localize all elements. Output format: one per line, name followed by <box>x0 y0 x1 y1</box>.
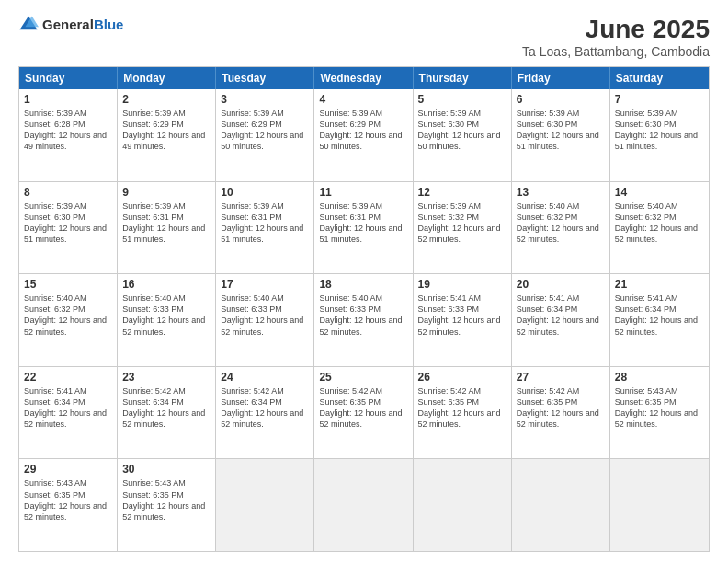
day-info: Sunrise: 5:39 AM Sunset: 6:28 PM Dayligh… <box>24 108 112 153</box>
day-info: Sunrise: 5:39 AM Sunset: 6:29 PM Dayligh… <box>319 108 407 153</box>
page: GeneralBlue June 2025 Ta Loas, Battamban… <box>0 0 728 563</box>
calendar-cell: 1Sunrise: 5:39 AM Sunset: 6:28 PM Daylig… <box>19 89 118 181</box>
day-info: Sunrise: 5:39 AM Sunset: 6:29 PM Dayligh… <box>122 108 210 153</box>
day-number: 10 <box>221 186 309 199</box>
calendar-week-2: 8Sunrise: 5:39 AM Sunset: 6:30 PM Daylig… <box>19 181 709 274</box>
day-number: 14 <box>615 186 704 199</box>
calendar-cell: 14Sunrise: 5:40 AM Sunset: 6:32 PM Dayli… <box>610 182 709 274</box>
calendar-cell <box>314 459 413 551</box>
day-number: 11 <box>319 186 407 199</box>
header-friday: Friday <box>512 67 610 89</box>
calendar-week-3: 15Sunrise: 5:40 AM Sunset: 6:32 PM Dayli… <box>19 273 709 366</box>
day-number: 7 <box>615 93 704 106</box>
day-info: Sunrise: 5:41 AM Sunset: 6:34 PM Dayligh… <box>615 293 704 338</box>
calendar-body: 1Sunrise: 5:39 AM Sunset: 6:28 PM Daylig… <box>19 89 709 551</box>
day-number: 1 <box>24 93 112 106</box>
day-number: 3 <box>221 93 309 106</box>
day-info: Sunrise: 5:42 AM Sunset: 6:34 PM Dayligh… <box>122 385 210 431</box>
day-info: Sunrise: 5:39 AM Sunset: 6:29 PM Dayligh… <box>221 108 309 153</box>
calendar-cell: 11Sunrise: 5:39 AM Sunset: 6:31 PM Dayli… <box>314 182 413 274</box>
calendar-cell <box>512 459 610 551</box>
day-number: 26 <box>418 371 506 384</box>
calendar-cell: 26Sunrise: 5:42 AM Sunset: 6:35 PM Dayli… <box>414 367 512 459</box>
calendar-cell: 27Sunrise: 5:42 AM Sunset: 6:35 PM Dayli… <box>512 367 610 459</box>
day-info: Sunrise: 5:39 AM Sunset: 6:31 PM Dayligh… <box>221 201 309 246</box>
calendar-cell <box>216 459 314 551</box>
calendar-week-5: 29Sunrise: 5:43 AM Sunset: 6:35 PM Dayli… <box>19 458 709 551</box>
calendar-week-4: 22Sunrise: 5:41 AM Sunset: 6:34 PM Dayli… <box>19 366 709 459</box>
calendar-cell: 21Sunrise: 5:41 AM Sunset: 6:34 PM Dayli… <box>610 274 709 366</box>
day-info: Sunrise: 5:43 AM Sunset: 6:35 PM Dayligh… <box>615 385 704 431</box>
calendar-cell: 9Sunrise: 5:39 AM Sunset: 6:31 PM Daylig… <box>118 182 216 274</box>
day-info: Sunrise: 5:43 AM Sunset: 6:35 PM Dayligh… <box>122 477 210 523</box>
day-number: 9 <box>122 186 210 199</box>
day-info: Sunrise: 5:39 AM Sunset: 6:30 PM Dayligh… <box>24 201 112 246</box>
calendar-cell: 17Sunrise: 5:40 AM Sunset: 6:33 PM Dayli… <box>216 274 314 366</box>
calendar-cell: 30Sunrise: 5:43 AM Sunset: 6:35 PM Dayli… <box>118 459 216 551</box>
day-info: Sunrise: 5:41 AM Sunset: 6:34 PM Dayligh… <box>24 385 112 431</box>
day-number: 25 <box>319 371 407 384</box>
day-number: 21 <box>615 278 704 291</box>
day-info: Sunrise: 5:40 AM Sunset: 6:33 PM Dayligh… <box>319 293 407 338</box>
day-info: Sunrise: 5:40 AM Sunset: 6:33 PM Dayligh… <box>122 293 210 338</box>
day-info: Sunrise: 5:40 AM Sunset: 6:32 PM Dayligh… <box>24 293 112 338</box>
day-number: 30 <box>122 463 210 476</box>
day-info: Sunrise: 5:42 AM Sunset: 6:35 PM Dayligh… <box>418 385 506 431</box>
header-sunday: Sunday <box>19 67 118 89</box>
calendar-cell: 18Sunrise: 5:40 AM Sunset: 6:33 PM Dayli… <box>314 274 413 366</box>
calendar-cell: 16Sunrise: 5:40 AM Sunset: 6:33 PM Dayli… <box>118 274 216 366</box>
day-number: 2 <box>122 93 210 106</box>
calendar: Sunday Monday Tuesday Wednesday Thursday… <box>18 66 710 552</box>
calendar-cell: 13Sunrise: 5:40 AM Sunset: 6:32 PM Dayli… <box>512 182 610 274</box>
day-info: Sunrise: 5:40 AM Sunset: 6:32 PM Dayligh… <box>615 201 704 246</box>
calendar-cell: 29Sunrise: 5:43 AM Sunset: 6:35 PM Dayli… <box>19 459 118 551</box>
day-info: Sunrise: 5:42 AM Sunset: 6:35 PM Dayligh… <box>319 385 407 431</box>
calendar-subtitle: Ta Loas, Battambang, Cambodia <box>522 44 710 59</box>
day-info: Sunrise: 5:39 AM Sunset: 6:30 PM Dayligh… <box>615 108 704 153</box>
calendar-cell: 28Sunrise: 5:43 AM Sunset: 6:35 PM Dayli… <box>610 367 709 459</box>
title-block: June 2025 Ta Loas, Battambang, Cambodia <box>522 15 710 59</box>
day-number: 8 <box>24 186 112 199</box>
header: GeneralBlue June 2025 Ta Loas, Battamban… <box>18 15 710 59</box>
day-number: 16 <box>122 278 210 291</box>
day-number: 4 <box>319 93 407 106</box>
logo: GeneralBlue <box>18 15 123 35</box>
calendar-cell <box>414 459 512 551</box>
day-info: Sunrise: 5:40 AM Sunset: 6:32 PM Dayligh… <box>517 201 605 246</box>
logo-blue: Blue <box>94 17 124 32</box>
day-number: 29 <box>24 463 112 476</box>
day-number: 18 <box>319 278 407 291</box>
calendar-cell: 23Sunrise: 5:42 AM Sunset: 6:34 PM Dayli… <box>118 367 216 459</box>
day-number: 6 <box>517 93 605 106</box>
day-info: Sunrise: 5:42 AM Sunset: 6:34 PM Dayligh… <box>221 385 309 431</box>
day-info: Sunrise: 5:39 AM Sunset: 6:30 PM Dayligh… <box>418 108 506 153</box>
day-number: 12 <box>418 186 506 199</box>
logo-text: GeneralBlue <box>42 17 123 33</box>
day-number: 13 <box>517 186 605 199</box>
day-info: Sunrise: 5:39 AM Sunset: 6:31 PM Dayligh… <box>122 201 210 246</box>
calendar-cell: 20Sunrise: 5:41 AM Sunset: 6:34 PM Dayli… <box>512 274 610 366</box>
day-number: 20 <box>517 278 605 291</box>
day-number: 27 <box>517 371 605 384</box>
logo-general: General <box>42 17 94 32</box>
calendar-cell: 19Sunrise: 5:41 AM Sunset: 6:33 PM Dayli… <box>414 274 512 366</box>
day-info: Sunrise: 5:40 AM Sunset: 6:33 PM Dayligh… <box>221 293 309 338</box>
day-info: Sunrise: 5:41 AM Sunset: 6:34 PM Dayligh… <box>517 293 605 338</box>
calendar-cell: 6Sunrise: 5:39 AM Sunset: 6:30 PM Daylig… <box>512 89 610 181</box>
day-number: 23 <box>122 371 210 384</box>
calendar-cell: 25Sunrise: 5:42 AM Sunset: 6:35 PM Dayli… <box>314 367 413 459</box>
header-saturday: Saturday <box>610 67 709 89</box>
day-number: 5 <box>418 93 506 106</box>
day-info: Sunrise: 5:39 AM Sunset: 6:31 PM Dayligh… <box>319 201 407 246</box>
calendar-cell: 5Sunrise: 5:39 AM Sunset: 6:30 PM Daylig… <box>414 89 512 181</box>
calendar-header: Sunday Monday Tuesday Wednesday Thursday… <box>19 67 709 89</box>
day-info: Sunrise: 5:39 AM Sunset: 6:32 PM Dayligh… <box>418 201 506 246</box>
header-wednesday: Wednesday <box>314 67 413 89</box>
day-number: 28 <box>615 371 704 384</box>
logo-icon <box>18 15 39 35</box>
calendar-cell: 24Sunrise: 5:42 AM Sunset: 6:34 PM Dayli… <box>216 367 314 459</box>
calendar-cell: 15Sunrise: 5:40 AM Sunset: 6:32 PM Dayli… <box>19 274 118 366</box>
calendar-cell: 12Sunrise: 5:39 AM Sunset: 6:32 PM Dayli… <box>414 182 512 274</box>
header-tuesday: Tuesday <box>216 67 314 89</box>
day-info: Sunrise: 5:42 AM Sunset: 6:35 PM Dayligh… <box>517 385 605 431</box>
